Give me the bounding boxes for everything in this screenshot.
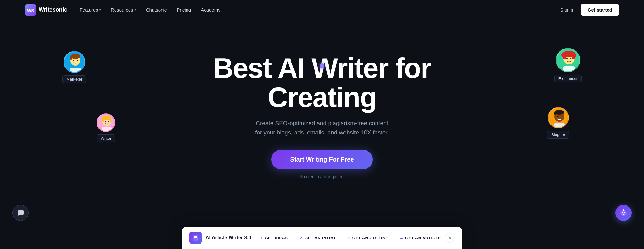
svg-rect-14 — [102, 118, 104, 122]
freelancer-avatar-circle — [556, 48, 580, 72]
svg-point-26 — [572, 56, 575, 59]
hero-subtitle: Create SEO-optimized and plagiarism-free… — [255, 119, 389, 138]
bar-step-2[interactable]: 2 GET AN INTRO — [300, 236, 335, 240]
svg-point-3 — [69, 72, 82, 73]
chat-icon — [17, 209, 24, 217]
logo-text: Writesonic — [39, 7, 67, 13]
bot-icon — [619, 209, 627, 217]
avatar-writer: Writer — [97, 113, 115, 142]
get-started-button[interactable]: Get started — [581, 4, 619, 16]
svg-point-7 — [73, 60, 74, 61]
svg-point-31 — [552, 128, 566, 128]
step-4-label: GET AN ARTICLE — [405, 236, 441, 240]
bar-close-button[interactable]: ✕ — [445, 233, 455, 243]
nav-pricing[interactable]: Pricing — [177, 7, 191, 12]
features-chevron-icon: ▾ — [99, 8, 101, 12]
svg-point-17 — [108, 121, 109, 122]
svg-point-20 — [561, 71, 576, 72]
step-divider-3 — [392, 238, 397, 238]
cta-note: No credit card required. — [299, 174, 345, 179]
step-4-num: 4 — [400, 236, 403, 240]
marketer-avatar-circle — [64, 51, 85, 73]
svg-point-27 — [566, 58, 568, 59]
hero-section: Marketer Writer — [0, 20, 644, 219]
svg-rect-18 — [102, 127, 112, 132]
chat-bubble-button[interactable] — [12, 205, 29, 221]
logo[interactable]: WS Writesonic — [25, 4, 67, 16]
step-2-label: GET AN INTRO — [305, 236, 335, 240]
article-writer-icon — [192, 234, 199, 241]
marketer-label: Marketer — [62, 75, 86, 83]
writer-avatar-circle — [97, 113, 115, 132]
step-2-num: 2 — [300, 236, 302, 240]
step-3-label: GET AN OUTLINE — [352, 236, 388, 240]
svg-point-25 — [563, 56, 566, 59]
avatar-marketer: Marketer — [62, 51, 86, 83]
svg-point-47 — [197, 238, 198, 240]
bottom-bar: AI Article Writer 3.0 1 GET IDEAS 2 GET … — [182, 227, 462, 249]
svg-point-33 — [554, 110, 564, 115]
svg-rect-15 — [110, 118, 111, 122]
logo-icon: WS — [25, 4, 36, 16]
sign-in-button[interactable]: Sign in — [560, 7, 575, 12]
step-1-label: GET IDEAS — [265, 236, 288, 240]
avatar-freelancer: Freelancer — [554, 48, 582, 82]
chatsonic-bot-button[interactable] — [615, 205, 632, 221]
svg-text:WS: WS — [27, 8, 34, 13]
bar-product-icon — [189, 232, 202, 244]
nav-features[interactable]: Features ▾ — [80, 7, 101, 12]
step-divider-2 — [339, 238, 344, 238]
navbar-left: WS Writesonic Features ▾ Resources ▾ Cha… — [25, 4, 220, 16]
bar-steps: 1 GET IDEAS 2 GET AN INTRO 3 GET AN OUTL… — [260, 236, 441, 240]
svg-rect-39 — [558, 119, 561, 120]
navbar-right: Sign in Get started — [560, 4, 619, 16]
svg-point-28 — [570, 58, 571, 59]
svg-point-5 — [70, 54, 80, 59]
svg-rect-9 — [70, 68, 81, 73]
svg-point-43 — [624, 212, 625, 213]
blogger-label: Blogger — [547, 131, 569, 139]
svg-point-16 — [105, 121, 106, 122]
svg-rect-6 — [70, 56, 72, 60]
navbar: WS Writesonic Features ▾ Resources ▾ Cha… — [0, 0, 644, 20]
bar-product-name: AI Article Writer 3.0 — [206, 235, 251, 241]
blogger-avatar-circle — [548, 107, 569, 128]
bar-step-3[interactable]: 3 GET AN OUTLINE — [348, 236, 389, 240]
cta-button[interactable]: Start Writing For Free — [271, 150, 372, 169]
svg-point-42 — [622, 212, 623, 213]
nav-academy[interactable]: Academy — [201, 7, 220, 12]
step-1-num: 1 — [260, 236, 262, 240]
freelancer-label: Freelancer — [554, 75, 582, 82]
hero-title: Best AI Writer for Creating — [182, 54, 462, 112]
svg-rect-29 — [563, 66, 575, 72]
bar-step-4[interactable]: 4 GET AN ARTICLE — [400, 236, 441, 240]
writer-label: Writer — [97, 134, 115, 142]
nav-links: Features ▾ Resources ▾ Chatsonic Pricing… — [80, 7, 220, 12]
nav-chatsonic[interactable]: Chatsonic — [146, 7, 167, 12]
step-divider-1 — [292, 238, 296, 238]
nav-resources[interactable]: Resources ▾ — [111, 7, 136, 12]
svg-rect-40 — [554, 123, 565, 128]
resources-chevron-icon: ▾ — [135, 8, 136, 12]
avatar-blogger: Blogger — [547, 107, 569, 139]
svg-point-8 — [77, 60, 78, 61]
bar-step-1[interactable]: 1 GET IDEAS — [260, 236, 288, 240]
svg-rect-34 — [554, 112, 556, 115]
svg-point-37 — [557, 116, 558, 117]
svg-point-38 — [561, 116, 561, 117]
step-3-num: 3 — [348, 236, 350, 240]
